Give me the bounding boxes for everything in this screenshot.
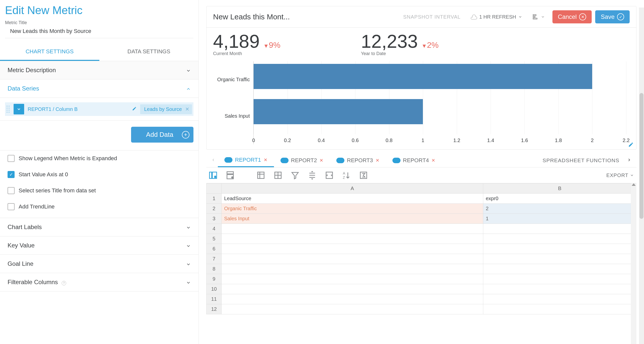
calculate-icon[interactable]: +− xyxy=(274,171,282,180)
lock-column-icon[interactable] xyxy=(209,171,217,180)
vertical-scrollbar[interactable] xyxy=(631,183,636,344)
report-tab[interactable]: REPORT1✕ xyxy=(218,154,274,167)
table-icon[interactable] xyxy=(257,171,265,180)
close-tab-icon[interactable]: ✕ xyxy=(376,158,379,163)
cell[interactable] xyxy=(222,224,483,234)
row-number[interactable]: 8 xyxy=(207,264,222,274)
lock-row-icon[interactable] xyxy=(226,171,234,180)
snapshot-interval-label[interactable]: SNAPSHOT INTERVAL xyxy=(403,14,461,20)
spreadsheet[interactable]: A B 1LeadSourceexpr02Organic Traffic23Sa… xyxy=(206,183,636,314)
row-number[interactable]: 6 xyxy=(207,244,222,254)
cell[interactable]: Organic Traffic xyxy=(222,204,483,214)
chart-type-dropdown[interactable] xyxy=(532,14,545,20)
check-start-zero[interactable]: Start Value Axis at 0 xyxy=(0,166,198,183)
accordion-goal-line[interactable]: Goal Line xyxy=(0,255,198,273)
report-tab[interactable]: REPORT4✕ xyxy=(386,154,442,167)
cell[interactable] xyxy=(483,234,636,244)
row-number[interactable]: 4 xyxy=(207,224,222,234)
report-tab[interactable]: REPORT2✕ xyxy=(274,154,330,167)
accordion-key-value[interactable]: Key Value xyxy=(0,236,198,255)
corner-cell[interactable] xyxy=(207,184,222,194)
series-pill[interactable]: Leads by Source ✕ xyxy=(140,104,192,114)
edit-chart-button[interactable] xyxy=(628,142,634,148)
cell[interactable] xyxy=(483,244,636,254)
tab-chart-settings[interactable]: CHART SETTINGS xyxy=(0,43,99,61)
table-row[interactable]: 11 xyxy=(207,294,636,304)
table-row[interactable]: 12 xyxy=(207,304,636,314)
accordion-data-series[interactable]: Data Series xyxy=(0,79,198,98)
cell[interactable] xyxy=(222,244,483,254)
cancel-button[interactable]: Cancel ✕ xyxy=(552,10,592,23)
metric-title-input[interactable]: New Leads this Month by Source xyxy=(5,26,193,38)
expand-series-button[interactable] xyxy=(14,104,24,114)
cell[interactable] xyxy=(222,304,483,314)
cell[interactable] xyxy=(483,224,636,234)
cell[interactable] xyxy=(483,254,636,264)
sort-icon[interactable]: AZ xyxy=(342,171,351,180)
data-series-row[interactable]: REPORT1 / Column B Leads by Source ✕ xyxy=(5,102,193,116)
check-show-legend[interactable]: Show Legend When Metric is Expanded xyxy=(0,150,198,166)
cell[interactable] xyxy=(483,284,636,294)
refresh-dropdown[interactable]: 1 HR REFRESH xyxy=(471,14,522,20)
cell[interactable] xyxy=(222,274,483,284)
page-scrollbar[interactable] xyxy=(639,8,644,344)
row-number[interactable]: 12 xyxy=(207,304,222,314)
checkbox-checked-icon[interactable] xyxy=(8,171,15,178)
cell[interactable]: 2 xyxy=(483,204,636,214)
help-icon[interactable]: ? xyxy=(62,281,66,285)
table-row[interactable]: 6 xyxy=(207,244,636,254)
row-number[interactable]: 9 xyxy=(207,274,222,284)
close-icon[interactable]: ✕ xyxy=(185,106,189,112)
cell[interactable] xyxy=(222,294,483,304)
cell[interactable] xyxy=(483,264,636,274)
filter-icon[interactable] xyxy=(291,171,299,180)
table-row[interactable]: 8 xyxy=(207,264,636,274)
accordion-metric-description[interactable]: Metric Description xyxy=(0,61,198,79)
check-series-title[interactable]: Select series Title from data set xyxy=(0,183,198,199)
close-tab-icon[interactable]: ✕ xyxy=(319,158,323,163)
cell[interactable] xyxy=(483,294,636,304)
close-tab-icon[interactable]: ✕ xyxy=(431,158,435,163)
checkbox-icon[interactable] xyxy=(8,155,15,162)
save-button[interactable]: Save ✓ xyxy=(595,10,630,23)
cell[interactable]: expr0 xyxy=(483,194,636,204)
table-row[interactable]: 4 xyxy=(207,224,636,234)
export-dropdown[interactable]: EXPORT xyxy=(606,173,634,178)
table-row[interactable]: 5 xyxy=(207,234,636,244)
row-number[interactable]: 2 xyxy=(207,204,222,214)
row-number[interactable]: 5 xyxy=(207,234,222,244)
cell[interactable]: Sales Input xyxy=(222,214,483,224)
spreadsheet-functions-button[interactable]: SPREADSHEET FUNCTIONS xyxy=(538,154,624,166)
drag-handle-icon[interactable] xyxy=(5,106,10,113)
cell[interactable] xyxy=(222,234,483,244)
tabs-scroll-left[interactable] xyxy=(209,158,218,163)
cell[interactable]: LeadSource xyxy=(222,194,483,204)
table-row[interactable]: 7 xyxy=(207,254,636,264)
table-row[interactable]: 2Organic Traffic2 xyxy=(207,204,636,214)
row-number[interactable]: 10 xyxy=(207,284,222,294)
row-number[interactable]: 7 xyxy=(207,254,222,264)
checkbox-icon[interactable] xyxy=(8,187,15,194)
row-number[interactable]: 1 xyxy=(207,194,222,204)
table-row[interactable]: 9 xyxy=(207,274,636,284)
cell[interactable]: 1 xyxy=(483,214,636,224)
accordion-filterable-columns[interactable]: Filterable Columns ? xyxy=(0,273,198,291)
tab-data-settings[interactable]: DATA SETTINGS xyxy=(99,43,199,61)
cell[interactable] xyxy=(222,284,483,294)
row-number[interactable]: 3 xyxy=(207,214,222,224)
scroll-up-icon[interactable] xyxy=(632,183,636,186)
add-data-button[interactable]: Add Data + xyxy=(131,127,193,143)
cell[interactable] xyxy=(222,264,483,274)
report-tab[interactable]: REPORT3✕ xyxy=(330,154,386,167)
column-header[interactable]: B xyxy=(483,184,636,194)
cell[interactable] xyxy=(483,304,636,314)
tabs-scroll-right[interactable] xyxy=(624,158,634,163)
sigma-icon[interactable] xyxy=(359,171,368,180)
scroll-thumb[interactable] xyxy=(639,93,643,219)
table-row[interactable]: 10 xyxy=(207,284,636,294)
checkbox-icon[interactable] xyxy=(8,203,15,210)
cell[interactable] xyxy=(483,274,636,284)
column-header[interactable]: A xyxy=(222,184,483,194)
accordion-chart-labels[interactable]: Chart Labels xyxy=(0,218,198,236)
table-row[interactable]: 1LeadSourceexpr0 xyxy=(207,194,636,204)
